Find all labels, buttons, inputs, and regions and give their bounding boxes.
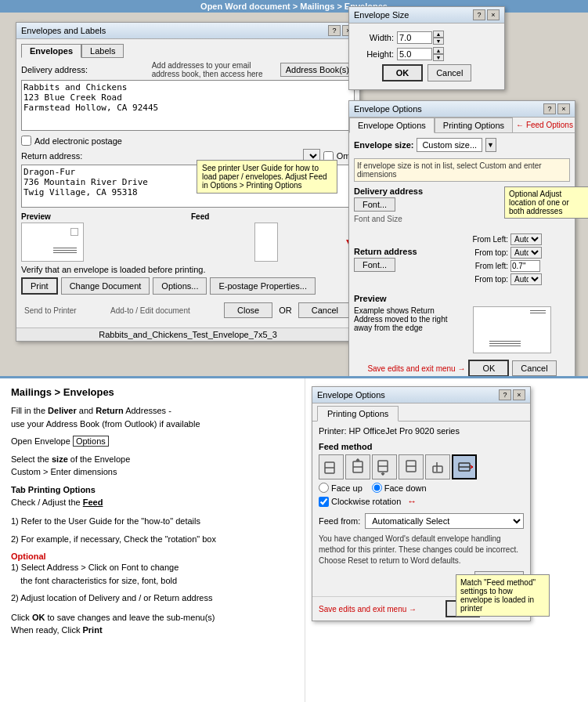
- eo-title: Envelope Options: [317, 390, 385, 400]
- delivery-label: Delivery address:: [21, 65, 88, 74]
- optional-2: 2) Adjust location of Delivery and / or …: [11, 592, 294, 605]
- add-postage-label: Add electronic postage: [34, 136, 122, 146]
- env-opts-close-btn[interactable]: ×: [557, 103, 570, 114]
- clockwise-rotation-checkbox[interactable]: Clockwise rotation: [319, 497, 401, 507]
- from-top1-input[interactable]: Auto: [510, 247, 542, 259]
- eo-title-bar: Envelope Options ? ×: [312, 387, 530, 403]
- printer-row: Printer: HP OfficeJet Pro 9020 series: [319, 426, 524, 436]
- optional-1: 1) Select Address > Click on Font to cha…: [11, 561, 294, 587]
- opts-ok-btn[interactable]: OK: [468, 360, 509, 376]
- eo-tab-printing[interactable]: Printing Options: [317, 406, 399, 422]
- tab-printing-options[interactable]: Printing Options: [435, 118, 513, 133]
- from-top2-input[interactable]: Auto: [510, 273, 542, 285]
- feed-icon-3[interactable]: [372, 454, 397, 479]
- intro-text: Fill in the Deliver and Return Addresses…: [11, 404, 294, 430]
- env-labels-help-btn[interactable]: ?: [328, 25, 341, 36]
- send-to-printer-label: Send to Printer: [24, 306, 77, 315]
- env-size-close-btn[interactable]: ×: [487, 9, 500, 20]
- env-size-help-btn[interactable]: ?: [473, 9, 485, 20]
- preview-note: Example shows Return Address moved to th…: [354, 306, 448, 332]
- height-label: Height:: [359, 49, 394, 59]
- feed-options-arrow: ← Feed Options: [516, 118, 573, 132]
- add-postage-checkbox[interactable]: [21, 136, 31, 146]
- svg-rect-10: [433, 466, 442, 472]
- from-left2-input[interactable]: [510, 260, 540, 272]
- preview-envelope: [21, 223, 84, 262]
- height-up-arrow[interactable]: ▲: [433, 47, 444, 54]
- feed-envelope: [254, 223, 278, 262]
- face-direction-row: Face up Face down: [319, 483, 524, 493]
- eo-close-btn[interactable]: ×: [513, 389, 525, 400]
- feed-icons-row: [319, 454, 524, 479]
- preview-label: Preview: [21, 212, 185, 221]
- feed-icon-2[interactable]: [345, 454, 370, 479]
- feed-from-select[interactable]: Automatically Select: [365, 513, 524, 529]
- address-book-btn[interactable]: Address Book(s): [280, 63, 355, 77]
- tab-envelope-options[interactable]: Envelope Options: [349, 118, 435, 133]
- font-size-label: Font and Size: [354, 215, 459, 223]
- close-btn2[interactable]: Close: [224, 302, 272, 318]
- feed-label: Feed: [191, 212, 355, 221]
- or-text: OR: [279, 306, 292, 315]
- feed-icon-6[interactable]: [452, 454, 477, 479]
- env-size-title: Envelope Size: [354, 10, 409, 20]
- env-labels-title-bar: Envelopes and Labels ? ×: [16, 23, 359, 39]
- width-input[interactable]: [397, 31, 432, 44]
- tab-labels[interactable]: Labels: [81, 44, 124, 58]
- size-cancel-btn[interactable]: Cancel: [427, 64, 471, 81]
- feed-icon-5[interactable]: [425, 454, 450, 479]
- env-opts-help-btn[interactable]: ?: [543, 103, 556, 114]
- from-left1-input[interactable]: Auto: [510, 233, 542, 245]
- size-text: Select the size of the Envelope Custom >…: [11, 453, 294, 479]
- face-up-radio[interactable]: Face up: [319, 483, 363, 493]
- envelope-size-label: Envelope size:: [354, 140, 413, 150]
- font-btn-delivery[interactable]: Font...: [354, 197, 395, 212]
- cancel-btn[interactable]: Cancel: [298, 302, 352, 318]
- eo-save-label: Save edits and exit menu →: [319, 605, 446, 613]
- custom-size-btn[interactable]: Custom size...: [417, 138, 482, 152]
- warning-text: You have changed Word's default envelope…: [319, 534, 524, 566]
- add-edit-label: Add-to / Edit document: [110, 306, 190, 315]
- opts-cancel-btn[interactable]: Cancel: [512, 360, 556, 376]
- options-btn[interactable]: Options...: [153, 277, 207, 295]
- printer-label: Printer:: [319, 426, 346, 436]
- save-label: Save edits and exit menu →: [367, 364, 465, 373]
- instructions-panel: Mailings > Envelopes Fill in the Deliver…: [0, 378, 305, 702]
- delivery-address-input[interactable]: Rabbits and Chickens 123 Blue Creek Road…: [21, 80, 355, 131]
- printer-tooltip: See printer User Guide for how to load p…: [197, 160, 337, 194]
- from-left2-label: From left:: [465, 262, 508, 270]
- width-down-arrow[interactable]: ▼: [433, 38, 444, 45]
- feed-icon-4[interactable]: [399, 454, 424, 479]
- match-arrow: ↔: [407, 496, 417, 507]
- optional-tooltip: Optional Adjust location of one or both …: [504, 186, 588, 219]
- height-down-arrow[interactable]: ▼: [433, 54, 444, 61]
- envelope-options-bottom-dialog: Envelope Options ? × Printing Options Pr…: [312, 386, 531, 621]
- feed-icon-1[interactable]: [319, 454, 344, 479]
- filename-bar: Rabbits_and_Chickens_Test_Envelope_7x5_3: [16, 327, 359, 341]
- printer-name: HP OfficeJet Pro 9020 series: [349, 426, 460, 436]
- tab-envelopes[interactable]: Envelopes: [21, 44, 81, 58]
- verify-text: Verify that an envelope is loaded before…: [21, 265, 355, 274]
- check-feed-text: Check / Adjust the Feed: [11, 496, 294, 509]
- size-ok-btn[interactable]: OK: [382, 64, 424, 81]
- tab-printing-label: Tab Printing Options: [11, 485, 294, 494]
- return-addr-label: Return address: [354, 247, 459, 256]
- feed-method-label: Feed method: [319, 442, 524, 451]
- add-addresses-hint: Add addresses to your email address book…: [152, 61, 277, 78]
- face-down-radio[interactable]: Face down: [372, 483, 427, 493]
- delivery-addr-label: Delivery address: [354, 186, 459, 196]
- epostage-btn[interactable]: E-postage Properties...: [210, 277, 316, 295]
- eo-help-btn[interactable]: ?: [499, 389, 511, 400]
- change-doc-btn[interactable]: Change Document: [61, 277, 150, 295]
- custom-size-dropdown[interactable]: ▼: [485, 138, 496, 152]
- font-btn-return[interactable]: Font...: [354, 258, 395, 272]
- from-top1-label: From top:: [465, 248, 508, 257]
- eo-tabs: Printing Options: [312, 403, 530, 422]
- print-btn[interactable]: Print: [21, 277, 58, 295]
- width-up-arrow[interactable]: ▲: [433, 31, 444, 38]
- height-input[interactable]: [397, 48, 432, 60]
- env-size-title-bar: Envelope Size ? ×: [349, 7, 504, 24]
- opts-preview-label: Preview: [354, 294, 570, 303]
- width-label: Width:: [359, 33, 394, 42]
- env-opts-title-bar: Envelope Options ? ×: [349, 101, 575, 118]
